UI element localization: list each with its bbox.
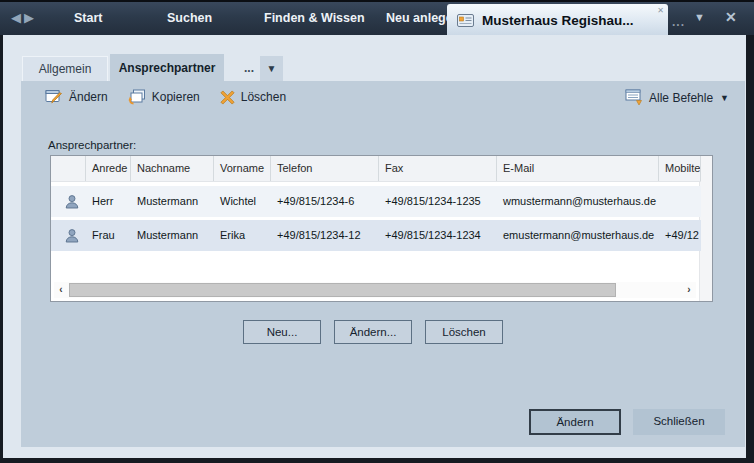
apply-button[interactable]: Ändern [529, 409, 621, 435]
edit-icon [45, 89, 63, 105]
delete-contact-button[interactable]: Löschen [425, 320, 503, 344]
column-nachname[interactable]: Nachname [131, 156, 214, 181]
tab-close-icon[interactable]: ✕ [657, 6, 664, 15]
cell-anrede: Frau [86, 220, 131, 251]
all-commands-button[interactable]: Alle Befehle ▼ [625, 89, 729, 106]
toolbar: Ändern Kopieren [45, 89, 286, 105]
table-header[interactable]: Anrede Nachname Vorname Telefon Fax E-Ma… [51, 156, 701, 182]
tab-allgemein[interactable]: Allgemein [22, 56, 108, 81]
column-mobiltelefon[interactable]: Mobiltele [659, 156, 701, 181]
cell-mobil: +49/12 [659, 220, 701, 251]
cell-telefon: +49/815/1234-6 [271, 186, 379, 217]
column-vorname[interactable]: Vorname [214, 156, 271, 181]
page: Allgemein Ansprechpartner ... ▼ Ändern [3, 35, 746, 458]
close-button[interactable]: Schließen [633, 409, 725, 435]
column-anrede[interactable]: Anrede [86, 156, 131, 181]
column-telefon[interactable]: Telefon [271, 156, 379, 181]
new-contact-button[interactable]: Neu... [243, 320, 321, 344]
tab-list-dropdown-icon[interactable]: ▼ [694, 11, 705, 23]
cell-email: emustermann@musterhaus.de [497, 220, 659, 251]
column-fax[interactable]: Fax [379, 156, 497, 181]
document-tab-title: Musterhaus Regishau... [482, 13, 634, 28]
cell-nachname: Mustermann [131, 220, 214, 251]
nav-arrows: ◀▶ [11, 10, 37, 25]
person-icon [51, 186, 86, 217]
column-icon[interactable] [51, 156, 86, 181]
titlebar: ◀▶ Start Suchen Finden & Wissen Neu anle… [0, 0, 754, 35]
person-icon [51, 220, 86, 251]
tab-ansprechpartner[interactable]: Ansprechpartner [110, 54, 224, 82]
scroll-right-icon[interactable]: › [682, 282, 696, 298]
table-row[interactable]: Frau Mustermann Erika +49/815/1234-12 +4… [51, 220, 701, 251]
cell-vorname: Erika [214, 220, 271, 251]
contacts-listview[interactable]: Anrede Nachname Vorname Telefon Fax E-Ma… [50, 155, 713, 302]
cell-fax: +49/815/1234-1234 [379, 220, 497, 251]
subtab-overflow-ellipsis[interactable]: ... [244, 61, 254, 75]
edit-button-label: Ändern [69, 90, 108, 104]
scrollbar-thumb[interactable] [69, 283, 616, 297]
tab-overflow-ellipsis[interactable]: ... [672, 15, 685, 29]
subtab-dropdown[interactable]: ▼ [260, 56, 283, 81]
document-tab[interactable]: Musterhaus Regishau... ✕ [447, 4, 668, 37]
forward-icon[interactable]: ▶ [24, 10, 37, 25]
delete-button-label: Löschen [241, 90, 286, 104]
all-commands-label: Alle Befehle [649, 91, 713, 105]
all-commands-icon [625, 89, 643, 106]
horizontal-scrollbar[interactable]: ‹ › [54, 282, 696, 298]
copy-button-label: Kopieren [152, 90, 200, 104]
menu-item-finden-wissen[interactable]: Finden & Wissen [264, 11, 365, 25]
table-row[interactable]: Herr Mustermann Wichtel +49/815/1234-6 +… [51, 186, 701, 217]
window-close-icon[interactable]: ✕ [725, 9, 737, 25]
menu-item-start[interactable]: Start [74, 11, 102, 25]
copy-button[interactable]: Kopieren [128, 89, 200, 105]
cell-fax: +49/815/1234-1235 [379, 186, 497, 217]
edit-contact-button[interactable]: Ändern... [334, 320, 412, 344]
cell-telefon: +49/815/1234-12 [271, 220, 379, 251]
copy-icon [128, 89, 146, 105]
cell-mobil [659, 186, 701, 217]
delete-x-icon [220, 90, 235, 105]
chevron-down-icon: ▼ [267, 63, 277, 74]
cell-nachname: Mustermann [131, 186, 214, 217]
list-label: Ansprechpartner: [48, 139, 136, 151]
tab-content-panel: Ändern Kopieren [21, 81, 745, 447]
back-icon[interactable]: ◀ [11, 10, 24, 25]
menu-item-suchen[interactable]: Suchen [167, 11, 212, 25]
cell-email: wmustermann@musterhaus.de [497, 186, 659, 217]
cell-vorname: Wichtel [214, 186, 271, 217]
scroll-left-icon[interactable]: ‹ [54, 282, 68, 298]
edit-button[interactable]: Ändern [45, 89, 108, 105]
chevron-down-icon: ▼ [720, 93, 729, 103]
cell-anrede: Herr [86, 186, 131, 217]
column-email[interactable]: E-Mail [497, 156, 659, 181]
delete-button[interactable]: Löschen [220, 90, 286, 105]
contact-card-icon [457, 14, 474, 27]
